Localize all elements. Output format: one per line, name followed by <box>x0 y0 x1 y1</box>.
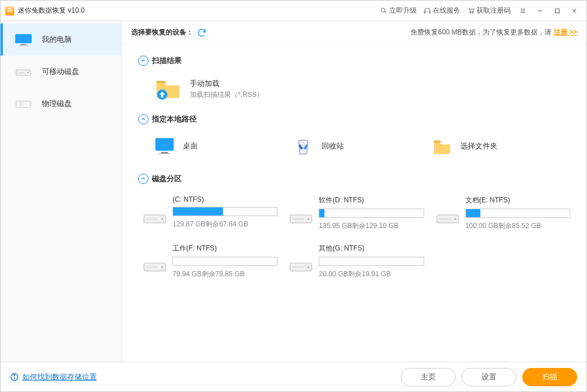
svg-rect-23 <box>155 138 174 151</box>
home-button[interactable]: 主页 <box>401 368 456 386</box>
partition-size: 129.87 GB剩余67.84 GB <box>173 219 277 229</box>
svg-point-21 <box>21 104 22 105</box>
maximize-button[interactable] <box>549 2 566 19</box>
partition-size: 135.95 GB剩余129.10 GB <box>319 221 424 231</box>
svg-point-39 <box>308 266 310 268</box>
usage-bar <box>465 209 570 218</box>
settings-button[interactable]: 设置 <box>461 368 516 386</box>
free-recovery-text: 免费恢复600 MB数据，为了恢复更多数据，请 <box>410 28 551 37</box>
svg-rect-25 <box>159 153 170 154</box>
svg-rect-13 <box>15 34 32 43</box>
choose-folder-label: 选择文件夹 <box>460 141 498 151</box>
folder-load-icon <box>154 77 182 100</box>
sidebar-item-removable[interactable]: 可移动磁盘 <box>1 56 122 88</box>
get-code-label: 获取注册码 <box>476 6 511 15</box>
help-link[interactable]: 如何找到数据存储位置 <box>10 372 97 382</box>
manual-load-item[interactable]: 手动加载 加载扫描结果（*.RSS） <box>138 74 570 114</box>
svg-point-5 <box>472 12 473 13</box>
usage-bar <box>319 257 424 266</box>
partition-name: (C: NTFS) <box>173 195 277 203</box>
monitor-icon <box>14 33 33 46</box>
svg-rect-19 <box>16 101 31 107</box>
footer: 如何找到数据存储位置 主页 设置 扫描 <box>1 362 586 391</box>
recycle-label: 回收站 <box>322 141 344 151</box>
svg-point-17 <box>28 72 29 73</box>
menu-button[interactable] <box>514 2 531 19</box>
main-header: 选择要恢复的设备： 免费恢复600 MB数据，为了恢复更多数据，请 注册 >> <box>122 21 586 44</box>
sidebar-item-my-pc[interactable]: 我的电脑 <box>1 23 122 56</box>
sidebar-my-pc-label: 我的电脑 <box>42 34 72 45</box>
svg-point-27 <box>162 218 163 220</box>
svg-rect-14 <box>21 44 26 45</box>
collapse-local-path[interactable] <box>138 114 148 124</box>
folder-icon <box>432 136 452 156</box>
usage-bar <box>319 209 424 218</box>
partition-name: 软件(D: NTFS) <box>319 195 424 205</box>
upgrade-link[interactable]: 立即升级 <box>380 6 417 15</box>
app-title: 迷你兔数据恢复 v10.0 <box>18 6 85 15</box>
refresh-button[interactable] <box>197 28 207 38</box>
svg-point-43 <box>14 375 14 375</box>
drive-icon <box>14 65 33 79</box>
partition-size: 79.94 GB剩余79.85 GB <box>173 269 277 279</box>
svg-rect-2 <box>424 11 425 13</box>
desktop-label: 桌面 <box>183 141 198 151</box>
path-recycle[interactable]: 回收站 <box>293 136 432 156</box>
partition-size: 20.00 GB剩余19.91 GB <box>319 269 424 279</box>
svg-rect-24 <box>161 152 168 153</box>
partition-3[interactable]: 工作(F: NTFS) 79.94 GB剩余79.85 GB <box>143 244 277 279</box>
section-partitions: 磁盘分区 <box>138 174 570 184</box>
scan-result-title: 扫描结果 <box>152 56 182 66</box>
collapse-scan-result[interactable] <box>138 56 148 66</box>
upgrade-label: 立即升级 <box>389 6 417 15</box>
section-scan-result: 扫描结果 <box>138 56 570 66</box>
partition-1[interactable]: 软件(D: NTFS) 135.95 GB剩余129.10 GB <box>289 195 424 231</box>
local-path-title: 指定本地路径 <box>152 114 197 124</box>
svg-line-1 <box>385 11 386 13</box>
svg-rect-10 <box>555 9 559 13</box>
section-local-path: 指定本地路径 <box>138 114 570 124</box>
collapse-partitions[interactable] <box>138 174 148 184</box>
hdd-icon <box>143 206 167 231</box>
hdd-icon <box>289 206 313 231</box>
svg-point-36 <box>162 266 163 268</box>
info-icon <box>10 373 19 382</box>
svg-rect-3 <box>429 11 431 13</box>
partition-name: 工作(F: NTFS) <box>173 244 277 253</box>
partition-4[interactable]: 其他(G: NTFS) 20.00 GB剩余19.91 GB <box>289 244 424 279</box>
svg-point-4 <box>470 12 471 13</box>
manual-load-sub: 加载扫描结果（*.RSS） <box>190 90 264 100</box>
sidebar: 我的电脑 可移动磁盘 物理磁盘 <box>1 21 122 362</box>
online-service-link[interactable]: 在线服务 <box>424 6 460 15</box>
partition-0[interactable]: (C: NTFS) 129.87 GB剩余67.84 GB <box>143 195 277 231</box>
svg-rect-15 <box>19 45 28 46</box>
partition-2[interactable]: 文档(E: NTFS) 100.00 GB剩余85.52 GB <box>436 195 570 231</box>
path-choose-folder[interactable]: 选择文件夹 <box>432 136 570 156</box>
path-desktop[interactable]: 桌面 <box>154 136 293 156</box>
app-icon: R <box>5 6 14 15</box>
svg-point-33 <box>454 218 456 220</box>
close-button[interactable] <box>566 2 583 19</box>
headset-icon <box>424 7 431 14</box>
help-label: 如何找到数据存储位置 <box>22 372 97 382</box>
get-code-link[interactable]: 获取注册码 <box>467 6 511 15</box>
recycle-bin-icon <box>293 136 314 156</box>
usage-bar <box>173 207 277 216</box>
sidebar-item-physical[interactable]: 物理磁盘 <box>1 88 122 120</box>
scan-button[interactable]: 扫描 <box>522 368 577 386</box>
partition-name: 其他(G: NTFS) <box>319 244 424 253</box>
partition-size: 100.00 GB剩余85.52 GB <box>465 221 570 231</box>
manual-load-title: 手动加载 <box>190 79 264 89</box>
hdd-icon <box>143 254 167 279</box>
search-icon <box>380 7 388 14</box>
partition-grid: (C: NTFS) 129.87 GB剩余67.84 GB 软件(D: NTFS… <box>138 192 570 285</box>
sidebar-physical-label: 物理磁盘 <box>42 99 72 109</box>
cart-icon <box>467 7 475 14</box>
online-service-label: 在线服务 <box>433 6 460 15</box>
titlebar: R 迷你兔数据恢复 v10.0 立即升级 在线服务 获取注册码 <box>1 1 586 21</box>
register-link[interactable]: 注册 >> <box>554 28 577 37</box>
minimize-button[interactable] <box>531 2 549 19</box>
sidebar-removable-label: 可移动磁盘 <box>42 66 79 77</box>
desktop-icon <box>154 136 175 156</box>
partition-name: 文档(E: NTFS) <box>465 195 570 205</box>
